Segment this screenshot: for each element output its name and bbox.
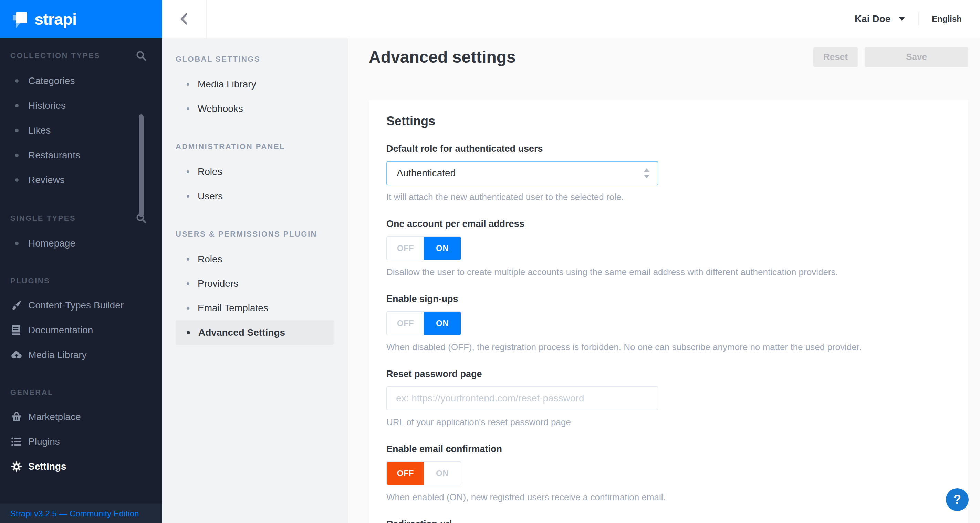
sidebar-item-media-library[interactable]: Media Library	[10, 343, 162, 367]
select-value: Authenticated	[397, 168, 455, 179]
sidebar-nav: COLLECTION TYPES Categories Histories Li…	[0, 38, 162, 479]
subnav-item-media-library[interactable]: Media Library	[176, 72, 334, 96]
section-title: ADMINISTRATION PANEL	[176, 141, 348, 152]
one-account-toggle: OFF ON	[387, 236, 461, 260]
reset-button[interactable]: Reset	[813, 47, 858, 67]
subnav-item-advanced-settings[interactable]: Advanced Settings	[176, 320, 334, 345]
section-users-permissions-plugin: USERS & PERMISSIONS PLUGIN Roles Provide…	[176, 229, 348, 345]
bullet-icon	[187, 282, 189, 285]
toggle-on-option[interactable]: ON	[424, 462, 461, 485]
back-button[interactable]	[162, 0, 207, 38]
signups-toggle: OFF ON	[387, 311, 461, 335]
bullet-icon	[187, 258, 189, 261]
sidebar-item-settings[interactable]: Settings	[10, 454, 162, 479]
topbar-divider	[918, 13, 919, 25]
sidebar-item-homepage[interactable]: Homepage	[10, 231, 162, 256]
field-email-confirmation: Enable email confirmation OFF ON When en…	[387, 444, 968, 502]
page-title: Advanced settings	[369, 48, 516, 67]
section-title: USERS & PERMISSIONS PLUGIN	[176, 229, 348, 239]
save-button[interactable]: Save	[865, 47, 968, 67]
bullet-icon	[15, 154, 19, 157]
field-label: Enable sign-ups	[387, 294, 968, 304]
brand-wordmark: strapi	[35, 10, 76, 29]
bullet-icon	[187, 83, 189, 86]
field-helper: When disabled (OFF), the registration pr…	[387, 342, 968, 352]
cloud-upload-icon	[10, 349, 23, 361]
subnav-item-admin-roles[interactable]: Roles	[176, 159, 334, 184]
select-arrows-icon	[636, 162, 658, 184]
user-menu[interactable]: Kai Doe	[855, 13, 905, 24]
section-title: GLOBAL SETTINGS	[176, 54, 348, 64]
bullet-icon	[15, 242, 19, 245]
bullet-icon	[187, 307, 189, 310]
field-label: Reset password page	[387, 369, 968, 379]
topbar: Kai Doe English	[207, 0, 980, 38]
main-content: Advanced settings Reset Save Settings De…	[348, 38, 980, 523]
settings-subnav: GLOBAL SETTINGS Media Library Webhooks A…	[162, 38, 348, 523]
subnav-item-webhooks[interactable]: Webhooks	[176, 96, 334, 121]
sidebar-item-categories[interactable]: Categories	[10, 68, 162, 93]
field-helper: When enabled (ON), new registred users r…	[387, 492, 968, 502]
field-enable-signups: Enable sign-ups OFF ON When disabled (OF…	[387, 294, 968, 352]
toggle-on-option[interactable]: ON	[424, 237, 461, 260]
section-plugins: PLUGINS Content-Types Builder	[10, 276, 162, 367]
subnav-item-providers[interactable]: Providers	[176, 271, 334, 296]
list-icon	[10, 436, 23, 448]
chevron-down-icon	[899, 17, 905, 21]
subnav-item-email-templates[interactable]: Email Templates	[176, 296, 334, 320]
section-title: GENERAL	[10, 387, 53, 398]
gear-icon	[10, 460, 23, 473]
field-helper: URL of your application's reset password…	[387, 417, 968, 427]
bullet-icon	[15, 104, 19, 107]
section-title: PLUGINS	[10, 276, 50, 286]
strapi-logo-icon	[11, 10, 29, 28]
page-header: Advanced settings Reset Save	[369, 46, 968, 67]
bullet-icon	[15, 79, 19, 83]
toggle-on-option[interactable]: ON	[424, 312, 461, 335]
sidebar-item-marketplace[interactable]: Marketplace	[10, 405, 162, 429]
field-reset-password-page: Reset password page URL of your applicat…	[387, 369, 968, 427]
email-confirmation-toggle: OFF ON	[387, 461, 461, 485]
subnav-item-up-roles[interactable]: Roles	[176, 247, 334, 271]
field-helper: It will attach the new authenticated use…	[387, 192, 968, 202]
default-role-select[interactable]: Authenticated	[387, 161, 659, 185]
field-one-account: One account per email address OFF ON Dis…	[387, 219, 968, 277]
version-link[interactable]: Strapi v3.2.5 — Community Edition	[10, 509, 139, 518]
field-redirection-url: Redirection url	[387, 519, 968, 523]
field-label: One account per email address	[387, 219, 968, 229]
header-actions: Reset Save	[813, 47, 968, 67]
bullet-icon	[187, 170, 189, 173]
section-title: SINGLE TYPES	[10, 213, 76, 223]
language-selector[interactable]: English	[932, 14, 962, 24]
section-single-types: SINGLE TYPES Homepage	[10, 213, 162, 256]
section-administration-panel: ADMINISTRATION PANEL Roles Users	[176, 141, 348, 208]
bullet-icon	[187, 331, 190, 334]
bullet-icon	[15, 178, 19, 182]
bullet-icon	[15, 129, 19, 132]
bullet-icon	[187, 195, 189, 198]
main-sidebar: strapi COLLECTION TYPES Categories Histo…	[0, 0, 162, 523]
section-general: GENERAL Marketplace	[10, 387, 162, 479]
book-icon	[10, 324, 23, 336]
user-name: Kai Doe	[855, 13, 891, 24]
subnav-item-admin-users[interactable]: Users	[176, 184, 334, 208]
bullet-icon	[187, 107, 189, 110]
sidebar-item-content-types-builder[interactable]: Content-Types Builder	[10, 293, 162, 318]
toggle-off-option[interactable]: OFF	[387, 462, 424, 485]
strapi-logo[interactable]: strapi	[0, 0, 162, 38]
sidebar-item-histories[interactable]: Histories	[10, 93, 162, 118]
reset-password-input[interactable]	[387, 386, 659, 410]
field-label: Redirection url	[387, 519, 968, 523]
sidebar-item-documentation[interactable]: Documentation	[10, 318, 162, 343]
sidebar-scrollbar[interactable]	[139, 114, 143, 217]
toggle-off-option[interactable]: OFF	[387, 237, 424, 260]
field-label: Default role for authenticated users	[387, 143, 968, 154]
toggle-off-option[interactable]: OFF	[387, 312, 424, 335]
section-title: COLLECTION TYPES	[10, 51, 100, 61]
sidebar-item-plugins[interactable]: Plugins	[10, 429, 162, 454]
search-icon[interactable]	[135, 50, 147, 62]
basket-icon	[10, 411, 23, 423]
help-button[interactable]: ?	[946, 488, 969, 511]
section-global-settings: GLOBAL SETTINGS Media Library Webhooks	[176, 54, 348, 121]
question-mark-icon: ?	[953, 492, 961, 507]
